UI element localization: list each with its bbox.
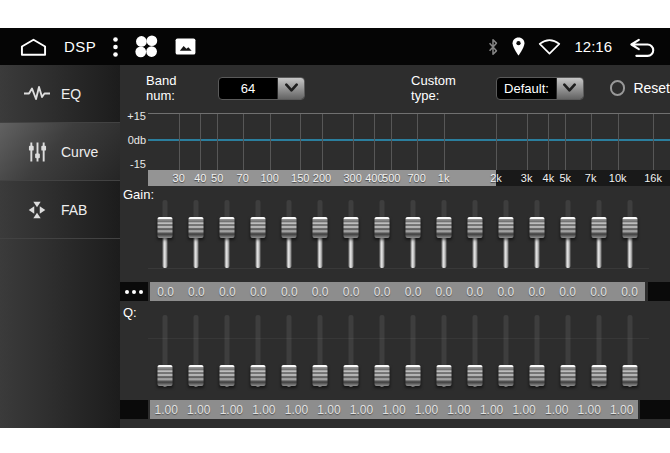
gain-value: 0.0 (521, 282, 552, 301)
q-fader[interactable] (181, 313, 212, 393)
gain-fader[interactable] (398, 198, 429, 280)
frequency-axis[interactable]: 304050701001502003004005007001k2k3k4k5k7… (148, 170, 670, 186)
q-fader[interactable] (305, 313, 336, 393)
q-fader[interactable] (428, 313, 459, 393)
custom-type-dropdown[interactable]: Default: (496, 77, 583, 100)
fader-knob[interactable] (251, 217, 266, 238)
reset-radio[interactable] (610, 80, 626, 96)
gain-fader[interactable] (614, 198, 645, 280)
fader-knob[interactable] (344, 365, 359, 386)
fader-knob[interactable] (560, 365, 575, 386)
plot-gridline (179, 114, 180, 171)
gain-value: 0.0 (305, 282, 336, 301)
overflow-menu-icon[interactable] (113, 37, 118, 57)
fader-knob[interactable] (313, 365, 328, 386)
fader-knob[interactable] (498, 365, 513, 386)
q-fader[interactable] (243, 313, 274, 393)
q-row-left-box (120, 400, 148, 419)
fader-knob[interactable] (591, 365, 606, 386)
fader-knob[interactable] (189, 217, 204, 238)
q-fader[interactable] (212, 313, 243, 393)
q-fader[interactable] (459, 313, 490, 393)
q-fader[interactable] (274, 313, 305, 393)
q-fader[interactable] (614, 313, 645, 393)
gain-fader[interactable] (181, 198, 212, 280)
fader-knob[interactable] (158, 365, 173, 386)
fader-knob[interactable] (529, 365, 544, 386)
fader-knob[interactable] (436, 365, 451, 386)
plot-gridline (200, 114, 201, 171)
gain-fader[interactable] (212, 198, 243, 280)
fader-knob[interactable] (405, 365, 420, 386)
fader-knob[interactable] (405, 217, 420, 238)
fader-knob[interactable] (529, 217, 544, 238)
sidebar-item-eq[interactable]: EQ (0, 65, 120, 123)
sidebar-item-curve[interactable]: Curve (0, 123, 120, 181)
fader-knob[interactable] (344, 217, 359, 238)
location-icon (512, 37, 525, 56)
plot-gridline (374, 114, 375, 171)
fader-knob[interactable] (560, 217, 575, 238)
fader-knob[interactable] (467, 217, 482, 238)
freq-tick-label: 300 (343, 172, 361, 184)
plot-gridline (322, 114, 323, 171)
band-num-dropdown[interactable]: 64 (218, 77, 305, 100)
q-fader[interactable] (490, 313, 521, 393)
fader-knob[interactable] (158, 217, 173, 238)
gain-fader[interactable] (336, 198, 367, 280)
q-fader[interactable] (398, 313, 429, 393)
fader-knob[interactable] (220, 217, 235, 238)
freq-tick-label: 2k (490, 172, 502, 184)
fader-knob[interactable] (622, 365, 637, 386)
fader-knob[interactable] (282, 217, 297, 238)
gain-more-left-button[interactable] (120, 282, 148, 301)
gain-fader[interactable] (150, 198, 181, 280)
q-fader[interactable] (521, 313, 552, 393)
gain-fader[interactable] (367, 198, 398, 280)
gain-fader[interactable] (490, 198, 521, 280)
fader-knob[interactable] (282, 365, 297, 386)
sidebar-item-label: FAB (61, 202, 87, 218)
fader-knob[interactable] (189, 365, 204, 386)
q-fader[interactable] (367, 313, 398, 393)
reset-label[interactable]: Reset (633, 80, 670, 96)
gain-fader[interactable] (583, 198, 614, 280)
fader-knob[interactable] (313, 217, 328, 238)
fader-knob[interactable] (591, 217, 606, 238)
apps-icon[interactable] (135, 35, 158, 58)
gain-fader[interactable] (305, 198, 336, 280)
chevron-down-icon[interactable] (556, 78, 583, 99)
plot-gridline (391, 114, 392, 171)
eq-curve-plot[interactable] (148, 113, 670, 171)
fader-knob[interactable] (251, 365, 266, 386)
gain-fader[interactable] (243, 198, 274, 280)
fader-knob[interactable] (375, 365, 390, 386)
freq-tick-label: 10k (609, 172, 627, 184)
fader-knob[interactable] (375, 217, 390, 238)
gain-fader[interactable] (428, 198, 459, 280)
fader-knob[interactable] (498, 217, 513, 238)
fader-knob[interactable] (220, 365, 235, 386)
sidebar-item-label: Curve (61, 144, 98, 160)
gain-fader[interactable] (521, 198, 552, 280)
q-fader[interactable] (552, 313, 583, 393)
q-value: 1.00 (378, 400, 411, 419)
gain-value: 0.0 (552, 282, 583, 301)
fader-knob[interactable] (467, 365, 482, 386)
q-fader[interactable] (583, 313, 614, 393)
gain-fader[interactable] (552, 198, 583, 280)
fader-knob[interactable] (622, 217, 637, 238)
fader-knob[interactable] (436, 217, 451, 238)
gain-more-right-button[interactable] (648, 282, 670, 301)
plot-gridline (353, 114, 354, 171)
q-value-row: 1.001.001.001.001.001.001.001.001.001.00… (120, 400, 670, 419)
gain-fader[interactable] (274, 198, 305, 280)
gallery-icon[interactable] (175, 38, 196, 55)
back-icon[interactable] (625, 37, 656, 57)
chevron-down-icon[interactable] (277, 78, 304, 99)
gain-fader[interactable] (459, 198, 490, 280)
q-fader[interactable] (336, 313, 367, 393)
home-icon[interactable] (20, 38, 47, 56)
q-fader[interactable] (150, 313, 181, 393)
sidebar-item-fab[interactable]: FAB (0, 181, 120, 239)
